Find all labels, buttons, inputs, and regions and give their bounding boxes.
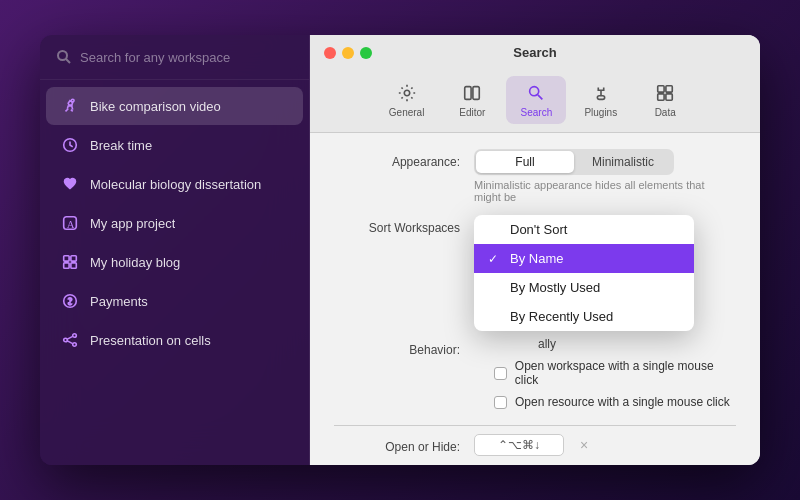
main-panel: Search General Editor Search Plugins Dat… <box>310 35 760 465</box>
svg-point-16 <box>404 90 409 95</box>
sort-row: Sort Workspaces Don't Sort ✓ By Name By … <box>334 215 736 331</box>
sidebar-item-presentation[interactable]: Presentation on cells <box>46 321 303 359</box>
item-label-payments: Payments <box>90 294 148 309</box>
behavior-label-text: Behavior: <box>334 337 474 357</box>
item-icon-myapp: A <box>60 213 80 233</box>
svg-point-0 <box>58 51 67 60</box>
check-mark-by-name: ✓ <box>488 252 502 266</box>
toolbar-icon-search <box>525 82 547 104</box>
toolbar-item-search[interactable]: Search <box>506 76 566 124</box>
open-hide-label: Open or Hide: <box>334 434 474 454</box>
checkbox-single-click-resource[interactable] <box>494 396 507 409</box>
svg-rect-22 <box>597 96 604 100</box>
checkbox-row-single-click-resource: Open resource with a single mouse click <box>474 391 736 413</box>
item-icon-holiday <box>60 252 80 272</box>
item-label-bike: Bike comparison video <box>90 99 221 114</box>
sidebar-item-holiday[interactable]: My holiday blog <box>46 243 303 281</box>
behavior-section: Behavior: ally Open workspace with a sin… <box>334 337 736 413</box>
svg-rect-23 <box>658 86 664 92</box>
maximize-button[interactable] <box>360 47 372 59</box>
sidebar-list: Bike comparison video Break time Molecul… <box>40 80 309 465</box>
item-icon-presentation <box>60 330 80 350</box>
appearance-row: Appearance: FullMinimalistic Minimalisti… <box>334 149 736 203</box>
item-label-break: Break time <box>90 138 152 153</box>
close-button[interactable] <box>324 47 336 59</box>
toolbar-icon-plugins <box>590 82 612 104</box>
svg-rect-8 <box>64 263 69 268</box>
toolbar-item-plugins[interactable]: Plugins <box>570 76 631 124</box>
appearance-label: Appearance: <box>334 149 474 169</box>
sort-option-mostly-used[interactable]: By Mostly Used <box>474 273 694 302</box>
clear-shortcut-button[interactable]: × <box>580 437 588 453</box>
svg-line-15 <box>67 341 72 344</box>
sidebar-item-bike[interactable]: Bike comparison video <box>46 87 303 125</box>
search-icon <box>56 49 72 65</box>
appearance-option-minimalistic[interactable]: Minimalistic <box>574 151 672 173</box>
svg-point-12 <box>73 334 77 338</box>
item-label-holiday: My holiday blog <box>90 255 180 270</box>
svg-point-13 <box>73 343 77 347</box>
svg-line-1 <box>66 59 70 63</box>
checkbox-label-single-click-workspace: Open workspace with a single mouse click <box>515 359 736 387</box>
sort-option-dont-sort[interactable]: Don't Sort <box>474 215 694 244</box>
svg-rect-7 <box>71 256 76 261</box>
svg-rect-25 <box>658 94 664 100</box>
title-bar: Search <box>310 35 760 68</box>
svg-line-14 <box>67 336 72 339</box>
item-label-presentation: Presentation on cells <box>90 333 211 348</box>
svg-rect-26 <box>666 94 672 100</box>
item-icon-payments <box>60 291 80 311</box>
checkbox-label-single-click-resource: Open resource with a single mouse click <box>515 395 730 409</box>
checkbox-row-single-click-workspace: Open workspace with a single mouse click <box>474 355 736 391</box>
workspace-search-input[interactable] <box>80 50 293 65</box>
sort-label: Sort Workspaces <box>334 215 474 235</box>
divider-1 <box>334 425 736 426</box>
toolbar-item-general[interactable]: General <box>375 76 439 124</box>
svg-rect-6 <box>64 256 69 261</box>
window-title: Search <box>326 45 744 68</box>
sidebar-item-payments[interactable]: Payments <box>46 282 303 320</box>
toolbar-item-data[interactable]: Data <box>635 76 695 124</box>
sort-option-recently-used[interactable]: By Recently Used <box>474 302 694 331</box>
toolbar-icon-general <box>396 82 418 104</box>
behavior-control: ally Open workspace with a single mouse … <box>474 337 736 413</box>
item-icon-molecular <box>60 174 80 194</box>
appearance-option-full[interactable]: Full <box>476 151 574 173</box>
item-label-molecular: Molecular biology dissertation <box>90 177 261 192</box>
checkboxes: Open workspace with a single mouse click… <box>474 355 736 413</box>
svg-rect-18 <box>473 87 479 100</box>
item-icon-bike <box>60 96 80 116</box>
appearance-control: FullMinimalistic Minimalistic appearance… <box>474 149 736 203</box>
traffic-lights <box>324 47 372 59</box>
svg-point-19 <box>530 87 539 96</box>
sort-option-by-name[interactable]: ✓ By Name <box>474 244 694 273</box>
item-label-myapp: My app project <box>90 216 175 231</box>
item-icon-break <box>60 135 80 155</box>
toolbar-icon-editor <box>461 82 483 104</box>
appearance-segmented: FullMinimalistic <box>474 149 674 175</box>
minimize-button[interactable] <box>342 47 354 59</box>
toolbar-label-plugins: Plugins <box>584 107 617 118</box>
open-hide-control: ⌃⌥⌘↓ × <box>474 434 736 456</box>
svg-rect-17 <box>465 87 471 100</box>
svg-rect-24 <box>666 86 672 92</box>
svg-text:A: A <box>67 218 75 230</box>
sort-control: Don't Sort ✓ By Name By Mostly Used By R… <box>474 215 736 331</box>
sidebar-search-bar[interactable] <box>40 35 309 80</box>
open-hide-row: Open or Hide: ⌃⌥⌘↓ × <box>334 434 736 456</box>
behavior-row: Behavior: ally Open workspace with a sin… <box>334 337 736 413</box>
sidebar-item-myapp[interactable]: A My app project <box>46 204 303 242</box>
toolbar-label-general: General <box>389 107 425 118</box>
toolbar-item-editor[interactable]: Editor <box>442 76 502 124</box>
toolbar: General Editor Search Plugins Data <box>310 68 760 133</box>
svg-line-20 <box>538 95 543 100</box>
appearance-hint: Minimalistic appearance hides all elemen… <box>474 179 724 203</box>
sidebar: Bike comparison video Break time Molecul… <box>40 35 310 465</box>
sidebar-item-break[interactable]: Break time <box>46 126 303 164</box>
content-area: Appearance: FullMinimalistic Minimalisti… <box>310 133 760 465</box>
sort-dropdown: Don't Sort ✓ By Name By Mostly Used By R… <box>474 215 694 331</box>
shortcut-display[interactable]: ⌃⌥⌘↓ <box>474 434 564 456</box>
svg-point-11 <box>64 338 68 342</box>
sidebar-item-molecular[interactable]: Molecular biology dissertation <box>46 165 303 203</box>
checkbox-single-click-workspace[interactable] <box>494 367 507 380</box>
